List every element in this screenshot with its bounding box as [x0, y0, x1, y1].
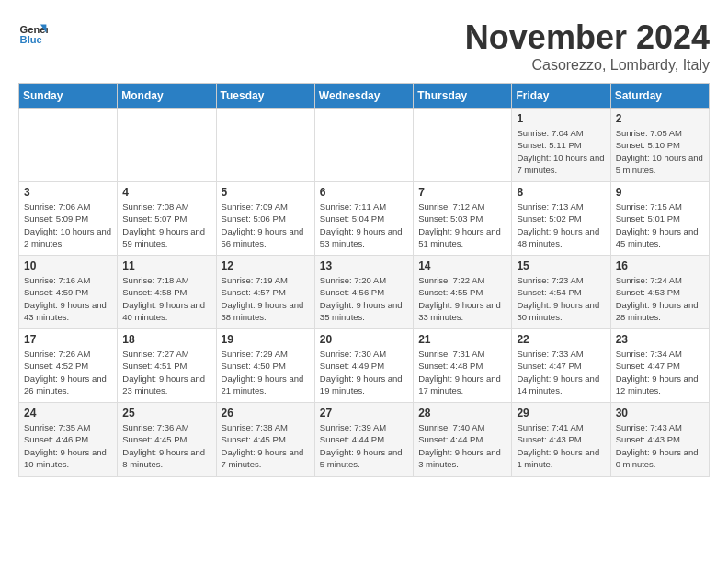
calendar-subtitle: Casorezzo, Lombardy, Italy	[465, 57, 710, 74]
header-monday: Monday	[118, 84, 216, 109]
day-number: 17	[24, 333, 112, 346]
day-info: Sunrise: 7:09 AM Sunset: 5:06 PM Dayligh…	[222, 201, 310, 249]
day-number: 23	[616, 333, 704, 346]
header-thursday: Thursday	[414, 84, 512, 109]
day-cell	[118, 109, 216, 182]
day-number: 3	[24, 186, 112, 199]
day-info: Sunrise: 7:40 AM Sunset: 4:44 PM Dayligh…	[418, 421, 506, 470]
day-cell: 11Sunrise: 7:18 AM Sunset: 4:58 PM Dayli…	[118, 256, 216, 329]
day-cell: 23Sunrise: 7:34 AM Sunset: 4:47 PM Dayli…	[610, 329, 709, 403]
day-cell: 20Sunrise: 7:30 AM Sunset: 4:49 PM Dayli…	[314, 329, 413, 403]
day-number: 19	[222, 333, 310, 346]
day-info: Sunrise: 7:35 AM Sunset: 4:46 PM Dayligh…	[24, 421, 112, 470]
day-number: 15	[517, 259, 605, 272]
header-tuesday: Tuesday	[216, 84, 314, 109]
day-info: Sunrise: 7:15 AM Sunset: 5:01 PM Dayligh…	[616, 201, 704, 249]
day-info: Sunrise: 7:12 AM Sunset: 5:03 PM Dayligh…	[418, 201, 506, 249]
day-cell: 12Sunrise: 7:19 AM Sunset: 4:57 PM Dayli…	[216, 256, 314, 329]
day-number: 7	[418, 186, 506, 199]
day-info: Sunrise: 7:34 AM Sunset: 4:47 PM Dayligh…	[616, 348, 704, 396]
day-cell: 1Sunrise: 7:04 AM Sunset: 5:11 PM Daylig…	[512, 109, 610, 182]
day-number: 24	[24, 407, 112, 419]
day-info: Sunrise: 7:06 AM Sunset: 5:09 PM Dayligh…	[24, 201, 112, 249]
day-info: Sunrise: 7:19 AM Sunset: 4:57 PM Dayligh…	[222, 274, 310, 323]
day-info: Sunrise: 7:23 AM Sunset: 4:54 PM Dayligh…	[517, 274, 605, 323]
day-number: 26	[222, 407, 310, 419]
day-cell: 17Sunrise: 7:26 AM Sunset: 4:52 PM Dayli…	[19, 329, 118, 403]
day-info: Sunrise: 7:39 AM Sunset: 4:44 PM Dayligh…	[320, 421, 408, 470]
day-number: 10	[24, 259, 112, 272]
calendar-title: November 2024	[465, 18, 710, 57]
week-row-4: 24Sunrise: 7:35 AM Sunset: 4:46 PM Dayli…	[19, 403, 710, 477]
day-number: 14	[418, 259, 506, 272]
week-row-2: 10Sunrise: 7:16 AM Sunset: 4:59 PM Dayli…	[19, 256, 710, 329]
day-cell	[414, 109, 512, 182]
day-info: Sunrise: 7:24 AM Sunset: 4:53 PM Dayligh…	[616, 274, 704, 323]
svg-text:Blue: Blue	[20, 34, 42, 45]
day-info: Sunrise: 7:18 AM Sunset: 4:58 PM Dayligh…	[122, 274, 210, 323]
day-cell: 27Sunrise: 7:39 AM Sunset: 4:44 PM Dayli…	[314, 403, 413, 477]
day-number: 20	[320, 333, 408, 346]
day-number: 11	[122, 259, 210, 272]
day-number: 8	[517, 186, 605, 199]
calendar-table: Sunday Monday Tuesday Wednesday Thursday…	[18, 83, 710, 477]
week-row-1: 3Sunrise: 7:06 AM Sunset: 5:09 PM Daylig…	[19, 182, 710, 256]
day-info: Sunrise: 7:29 AM Sunset: 4:50 PM Dayligh…	[222, 348, 310, 396]
day-number: 2	[616, 112, 704, 125]
day-cell: 30Sunrise: 7:43 AM Sunset: 4:43 PM Dayli…	[610, 403, 709, 477]
day-cell: 14Sunrise: 7:22 AM Sunset: 4:55 PM Dayli…	[414, 256, 512, 329]
day-cell: 13Sunrise: 7:20 AM Sunset: 4:56 PM Dayli…	[314, 256, 413, 329]
day-number: 1	[517, 112, 605, 125]
header-saturday: Saturday	[610, 84, 709, 109]
header-friday: Friday	[512, 84, 610, 109]
day-info: Sunrise: 7:04 AM Sunset: 5:11 PM Dayligh…	[517, 127, 605, 176]
day-cell	[314, 109, 413, 182]
day-cell: 9Sunrise: 7:15 AM Sunset: 5:01 PM Daylig…	[610, 182, 709, 256]
day-info: Sunrise: 7:26 AM Sunset: 4:52 PM Dayligh…	[24, 348, 112, 396]
day-number: 16	[616, 259, 704, 272]
logo-icon: General Blue	[18, 18, 48, 48]
day-cell: 26Sunrise: 7:38 AM Sunset: 4:45 PM Dayli…	[216, 403, 314, 477]
page-header: General Blue November 2024 Casorezzo, Lo…	[18, 18, 710, 74]
day-cell: 10Sunrise: 7:16 AM Sunset: 4:59 PM Dayli…	[19, 256, 118, 329]
day-info: Sunrise: 7:05 AM Sunset: 5:10 PM Dayligh…	[616, 127, 704, 176]
logo: General Blue	[18, 18, 48, 48]
day-cell: 28Sunrise: 7:40 AM Sunset: 4:44 PM Dayli…	[414, 403, 512, 477]
day-number: 28	[418, 407, 506, 419]
day-cell: 5Sunrise: 7:09 AM Sunset: 5:06 PM Daylig…	[216, 182, 314, 256]
day-number: 22	[517, 333, 605, 346]
day-cell: 18Sunrise: 7:27 AM Sunset: 4:51 PM Dayli…	[118, 329, 216, 403]
day-number: 18	[122, 333, 210, 346]
day-number: 12	[222, 259, 310, 272]
day-info: Sunrise: 7:20 AM Sunset: 4:56 PM Dayligh…	[320, 274, 408, 323]
day-info: Sunrise: 7:31 AM Sunset: 4:48 PM Dayligh…	[418, 348, 506, 396]
day-info: Sunrise: 7:11 AM Sunset: 5:04 PM Dayligh…	[320, 201, 408, 249]
day-cell: 7Sunrise: 7:12 AM Sunset: 5:03 PM Daylig…	[414, 182, 512, 256]
day-cell: 6Sunrise: 7:11 AM Sunset: 5:04 PM Daylig…	[314, 182, 413, 256]
day-cell: 22Sunrise: 7:33 AM Sunset: 4:47 PM Dayli…	[512, 329, 610, 403]
day-number: 29	[517, 407, 605, 419]
week-row-0: 1Sunrise: 7:04 AM Sunset: 5:11 PM Daylig…	[19, 109, 710, 182]
day-cell: 19Sunrise: 7:29 AM Sunset: 4:50 PM Dayli…	[216, 329, 314, 403]
day-info: Sunrise: 7:38 AM Sunset: 4:45 PM Dayligh…	[222, 421, 310, 470]
day-cell: 15Sunrise: 7:23 AM Sunset: 4:54 PM Dayli…	[512, 256, 610, 329]
day-cell: 21Sunrise: 7:31 AM Sunset: 4:48 PM Dayli…	[414, 329, 512, 403]
day-number: 21	[418, 333, 506, 346]
day-cell: 24Sunrise: 7:35 AM Sunset: 4:46 PM Dayli…	[19, 403, 118, 477]
day-info: Sunrise: 7:43 AM Sunset: 4:43 PM Dayligh…	[616, 421, 704, 470]
day-cell	[19, 109, 118, 182]
day-cell	[216, 109, 314, 182]
day-info: Sunrise: 7:30 AM Sunset: 4:49 PM Dayligh…	[320, 348, 408, 396]
day-number: 27	[320, 407, 408, 419]
day-cell: 29Sunrise: 7:41 AM Sunset: 4:43 PM Dayli…	[512, 403, 610, 477]
day-info: Sunrise: 7:36 AM Sunset: 4:45 PM Dayligh…	[122, 421, 210, 470]
day-info: Sunrise: 7:33 AM Sunset: 4:47 PM Dayligh…	[517, 348, 605, 396]
day-number: 25	[122, 407, 210, 419]
day-number: 4	[122, 186, 210, 199]
header-wednesday: Wednesday	[314, 84, 413, 109]
day-info: Sunrise: 7:13 AM Sunset: 5:02 PM Dayligh…	[517, 201, 605, 249]
day-info: Sunrise: 7:22 AM Sunset: 4:55 PM Dayligh…	[418, 274, 506, 323]
header-row: Sunday Monday Tuesday Wednesday Thursday…	[19, 84, 710, 109]
day-cell: 2Sunrise: 7:05 AM Sunset: 5:10 PM Daylig…	[610, 109, 709, 182]
day-number: 5	[222, 186, 310, 199]
